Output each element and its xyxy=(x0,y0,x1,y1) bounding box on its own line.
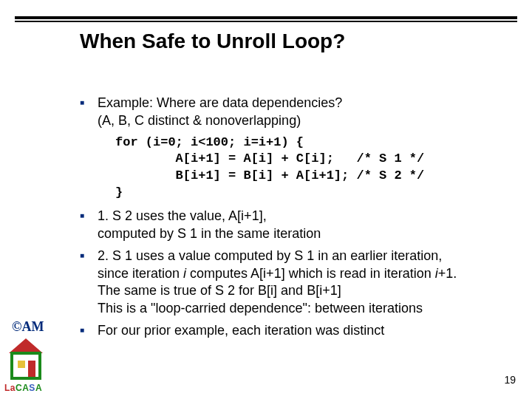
svg-rect-2 xyxy=(18,361,25,368)
logo-s: S xyxy=(29,383,35,393)
bullet-line: 2. S 1 uses a value computed by S 1 in a… xyxy=(98,248,442,263)
bullet-text: 2. S 1 uses a value computed by S 1 in a… xyxy=(98,248,457,318)
logo-ca: CA xyxy=(16,383,29,393)
bullet-line: 1. S 2 uses the value, A[i+1], xyxy=(98,208,267,223)
bullet-line: The same is true of S 2 for B[i] and B[i… xyxy=(98,283,341,298)
bullet-line: +1. xyxy=(438,266,457,281)
bullet-square-icon: ■ xyxy=(80,208,98,224)
logo-la: La xyxy=(4,383,16,393)
bullet-1: ■ Example: Where are data dependencies? … xyxy=(80,95,510,130)
bullet-square-icon: ■ xyxy=(80,248,98,264)
bullet-2: ■ 1. S 2 uses the value, A[i+1], compute… xyxy=(80,208,510,243)
bullet-text: Example: Where are data dependencies? (A… xyxy=(98,95,342,130)
bullet-line: Example: Where are data dependencies? xyxy=(98,95,342,110)
lacasa-logo-text: LaCASA xyxy=(4,383,42,393)
bullet-4: ■ For our prior example, each iteration … xyxy=(80,322,510,340)
house-logo-icon xyxy=(7,337,44,381)
slide-number: 19 xyxy=(504,374,516,386)
content-area: ■ Example: Where are data dependencies? … xyxy=(80,95,510,344)
bullet-square-icon: ■ xyxy=(80,95,98,111)
bullet-3: ■ 2. S 1 uses a value computed by S 1 in… xyxy=(80,248,510,318)
bullet-line: since iteration xyxy=(98,266,183,281)
horizontal-rule xyxy=(15,16,517,19)
bullet-line: computed by S 1 in the same iteration xyxy=(98,226,321,241)
svg-marker-0 xyxy=(9,338,43,353)
slide-title: When Safe to Unroll Loop? xyxy=(80,30,345,53)
bullet-text: For our prior example, each iteration wa… xyxy=(98,322,384,340)
bullet-line: (A, B, C distinct & nonoverlapping) xyxy=(98,113,301,128)
bullet-square-icon: ■ xyxy=(80,322,98,338)
logo-a: A xyxy=(35,383,42,393)
bullet-text: 1. S 2 uses the value, A[i+1], computed … xyxy=(98,208,321,243)
svg-rect-3 xyxy=(28,361,35,377)
bullet-line: For our prior example, each iteration wa… xyxy=(98,323,384,338)
bullet-line: This is a "loop-carried dependence": bet… xyxy=(98,301,423,316)
slide: When Safe to Unroll Loop? ■ Example: Whe… xyxy=(0,0,532,399)
logo-am-copyright: ©AM xyxy=(12,319,44,335)
svg-rect-1 xyxy=(12,353,40,378)
bullet-line: computes A[i+1] which is read in iterati… xyxy=(186,266,435,281)
code-block: for (i=0; i<100; i=i+1) { A[i+1] = A[i] … xyxy=(115,134,510,202)
